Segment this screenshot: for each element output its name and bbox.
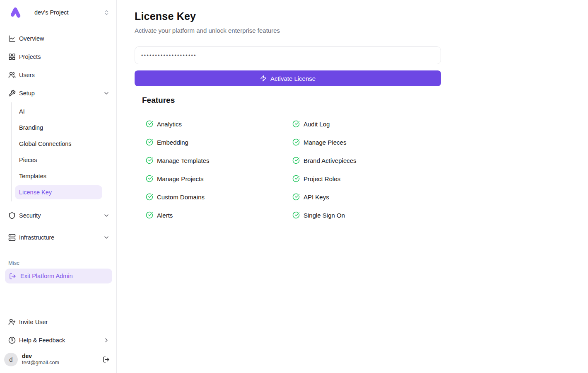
sidebar-item-label: Projects [19,53,41,60]
help-feedback-label: Help & Feedback [19,337,65,344]
features-section: Features Analytics Embedding Manage Temp… [135,96,588,219]
feature-label: Manage Templates [157,157,209,164]
log-out-icon [9,273,16,280]
features-grid: Analytics Embedding Manage Templates Man… [142,120,588,219]
sidebar-item-security[interactable]: Security [0,206,116,225]
sub-item-label: Pieces [19,157,37,163]
misc-section-label: Misc [8,260,116,266]
license-key-input[interactable] [135,46,441,64]
user-name: dev [22,353,59,360]
sidebar-item-infrastructure[interactable]: Infrastructure [0,228,116,247]
user-email: test@gmail.com [22,360,59,366]
feature-project-roles: Project Roles [292,174,439,183]
feature-label: Analytics [157,121,182,128]
feature-label: API Keys [304,194,329,201]
chart-line-icon [8,35,16,42]
feature-label: Project Roles [304,175,340,182]
sidebar: dev's Project Overview Projects Users [0,0,117,373]
feature-manage-pieces: Manage Pieces [292,138,439,146]
sidebar-item-label: Users [19,72,35,78]
chevron-down-icon [103,90,110,97]
feature-audit-log: Audit Log [292,120,439,128]
sub-item-label: License Key [19,189,52,196]
sidebar-item-projects[interactable]: Projects [0,48,116,66]
sidebar-item-users[interactable]: Users [0,66,116,84]
exit-label: Exit Platform Admin [20,273,73,279]
feature-brand-activepieces: Brand Activepieces [292,156,439,165]
layout-grid-icon [8,53,16,61]
check-circle-icon [292,175,300,182]
feature-manage-templates: Manage Templates [146,156,292,165]
feature-label: Single Sign On [304,212,345,219]
sidebar-item-overview[interactable]: Overview [0,29,116,48]
server-icon [8,234,16,241]
project-name: dev's Project [34,9,69,16]
feature-analytics: Analytics [146,120,292,128]
feature-label: Alerts [157,212,173,219]
check-circle-icon [146,211,153,219]
features-column-right: Audit Log Manage Pieces Brand Activepiec… [292,120,439,219]
sub-item-label: Global Connections [19,140,72,147]
sidebar-item-templates[interactable]: Templates [15,168,102,184]
main-content: License Key Activate your platform and u… [117,0,588,373]
invite-user-button[interactable]: Invite User [0,313,116,331]
sub-item-label: Branding [19,124,43,131]
chevrons-up-down-icon [104,10,110,16]
feature-alerts: Alerts [146,211,292,219]
user-menu[interactable]: d dev test@gmail.com [0,349,116,370]
sidebar-item-pieces[interactable]: Pieces [15,152,102,168]
feature-label: Brand Activepieces [304,157,357,164]
check-circle-icon [146,157,153,164]
feature-label: Manage Projects [157,175,204,182]
sidebar-item-setup[interactable]: Setup [0,84,116,102]
user-info: dev test@gmail.com [22,353,59,366]
page-title: License Key [135,10,588,22]
check-circle-icon [146,120,153,128]
users-icon [8,71,16,79]
sub-item-label: Templates [19,173,46,179]
sidebar-item-label: Overview [19,35,44,42]
sidebar-item-label: Setup [19,90,35,97]
activate-license-button[interactable]: Activate License [135,70,441,86]
sidebar-bottom: Invite User Help & Feedback d dev test@g… [0,313,116,373]
activepieces-logo-icon [9,6,22,19]
sub-item-label: AI [19,108,25,115]
help-feedback-button[interactable]: Help & Feedback [0,331,116,349]
project-selector[interactable]: dev's Project [0,0,116,25]
features-column-left: Analytics Embedding Manage Templates Man… [146,120,292,219]
check-circle-icon [292,193,300,201]
feature-label: Custom Domains [157,194,205,201]
page-subtitle: Activate your platform and unlock enterp… [135,27,588,34]
chevron-down-icon [103,234,110,241]
feature-api-keys: API Keys [292,193,439,201]
features-title: Features [142,96,588,105]
exit-platform-admin-button[interactable]: Exit Platform Admin [5,269,112,283]
avatar: d [4,353,18,366]
feature-label: Audit Log [304,121,330,128]
shield-icon [8,212,16,219]
log-out-icon[interactable] [103,356,110,363]
zap-icon [260,75,267,82]
feature-label: Embedding [157,139,188,146]
check-circle-icon [292,157,300,164]
feature-custom-domains: Custom Domains [146,193,292,201]
check-circle-icon [292,138,300,146]
sidebar-item-label: Security [19,212,41,219]
sidebar-item-ai[interactable]: AI [15,103,102,119]
sidebar-item-branding[interactable]: Branding [15,119,102,136]
help-circle-icon [8,337,16,344]
chevron-right-icon [103,337,110,344]
setup-sub-list: AI Branding Global Connections Pieces Te… [11,102,116,201]
feature-label: Manage Pieces [304,139,346,146]
sidebar-nav: Overview Projects Users Setup A [0,25,116,283]
sidebar-item-global-connections[interactable]: Global Connections [15,136,102,152]
check-circle-icon [146,193,153,201]
user-plus-icon [8,318,16,326]
wrench-icon [8,90,16,97]
feature-manage-projects: Manage Projects [146,174,292,183]
sidebar-item-license-key[interactable]: License Key [15,185,102,199]
check-circle-icon [292,120,300,128]
activate-license-label: Activate License [270,75,316,82]
check-circle-icon [292,211,300,219]
check-circle-icon [146,138,153,146]
